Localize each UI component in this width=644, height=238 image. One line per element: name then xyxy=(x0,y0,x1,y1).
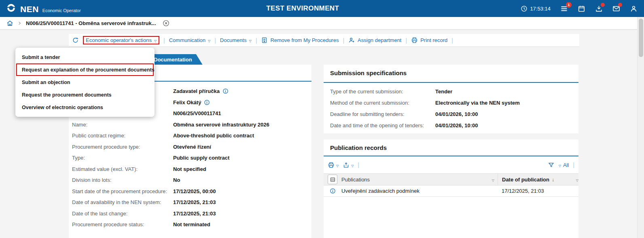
downloads-badge xyxy=(601,3,605,7)
filter-all-selector[interactable]: All xyxy=(559,162,569,168)
column-filter-icon[interactable] xyxy=(492,177,494,183)
toolbar-separator xyxy=(451,37,453,44)
menu-item-overview-operations[interactable]: Overview of electronic operations xyxy=(16,101,154,114)
downloads-icon[interactable] xyxy=(595,5,603,13)
subs-row-type: Type of the current submission: Tender xyxy=(330,86,574,97)
sort-descending-icon[interactable] xyxy=(552,177,554,183)
toolbar-separator xyxy=(163,37,165,44)
field-value: 04/01/2026, 10:00 xyxy=(435,111,478,117)
submission-specifications-panel: Submission specifications Type of the cu… xyxy=(324,65,578,133)
home-icon[interactable] xyxy=(6,20,13,27)
info-row-division-into-lots: Division into lots: No xyxy=(72,175,309,186)
menu-item-submit-tender[interactable]: Submit a tender xyxy=(16,51,154,63)
print-record-label: Print record xyxy=(420,37,447,43)
chevron-down-icon xyxy=(351,161,354,168)
subs-row-deadline: Deadline for submitting tenders: 04/01/2… xyxy=(330,108,574,120)
economic-operators-actions-menu[interactable]: Economic operator's actions xyxy=(86,37,157,43)
field-value: Not terminated xyxy=(173,221,210,227)
table-row[interactable]: Uveřejnění zadávacích podmínek 17/12/202… xyxy=(324,185,578,197)
environment-title: TEST ENVIRONMENT xyxy=(266,4,339,13)
field-value: N006/25/V00011741 xyxy=(173,110,221,116)
toolbar-separator xyxy=(256,37,257,44)
toolbar-separator xyxy=(343,37,344,44)
assign-department-button[interactable]: Assign department xyxy=(348,37,401,44)
documents-label: Documents xyxy=(220,37,247,43)
field-label: Procurement procedure type: xyxy=(72,144,173,150)
info-row-contract-regime: Public contract regime: Above-threshold … xyxy=(72,130,309,141)
info-icon[interactable] xyxy=(204,99,210,105)
table-view-button[interactable] xyxy=(328,175,337,184)
export-icon xyxy=(343,162,350,168)
field-value: Felix Okátý xyxy=(173,99,210,105)
annotation-highlight-actions: Economic operator's actions xyxy=(83,36,159,44)
toolbar-separator xyxy=(214,37,216,44)
app-screen: NEN Economic Operator TEST ENVIRONMENT 1… xyxy=(0,0,644,238)
column-header-date[interactable]: Date of publication xyxy=(502,177,549,183)
contact-person-link[interactable]: Felix Okátý xyxy=(173,99,201,105)
vertical-scrollbar[interactable] xyxy=(637,17,644,238)
top-bar: NEN Economic Operator TEST ENVIRONMENT 1… xyxy=(0,0,644,17)
printer-icon xyxy=(328,162,335,168)
field-label: Name: xyxy=(72,122,173,128)
field-value: 17/12/2025, 00:00 xyxy=(173,188,216,194)
documents-menu[interactable]: Documents xyxy=(220,37,252,43)
field-value: Not specified xyxy=(173,166,206,172)
publication-toolbar: All xyxy=(328,159,574,171)
filter-button[interactable] xyxy=(548,162,555,168)
info-row-procedure-type: Procurement procedure type: Otevřené říz… xyxy=(72,141,309,153)
topbar-actions: 17:53:14 1 xyxy=(521,0,638,17)
toolbar-separator xyxy=(405,37,407,44)
funnel-icon xyxy=(548,162,555,168)
info-row-start-date: Start date of the procurement procedure:… xyxy=(72,186,309,197)
print-record-button[interactable]: Print record xyxy=(411,37,447,44)
field-value: Electronically via the NEN system xyxy=(435,100,520,106)
info-icon[interactable] xyxy=(222,88,229,94)
brand-name: NEN xyxy=(20,5,39,13)
breadcrumb-procedure-title[interactable]: N006/25/V00011741 - Obměna serverové inf… xyxy=(26,20,156,26)
filter-all-label: All xyxy=(563,162,569,168)
info-icon[interactable] xyxy=(330,188,336,194)
toolbar-separator xyxy=(573,161,574,168)
notifications-menu-icon[interactable]: 1 xyxy=(560,5,568,13)
breadcrumb: N006/25/V00011741 - Obměna serverové inf… xyxy=(0,17,644,29)
menu-item-request-documents[interactable]: Request the procurement documents xyxy=(16,88,154,101)
scrollbar-thumb[interactable] xyxy=(639,19,643,57)
rows-icon xyxy=(330,177,336,183)
info-row-availability-date: Date of availability in the NEN system: … xyxy=(72,197,309,208)
info-row-name: Name: Obměna serverové infrastruktury 20… xyxy=(72,119,309,131)
refresh-icon[interactable] xyxy=(72,37,79,44)
contracting-authority-link[interactable]: Zadavatel příručka xyxy=(173,88,220,94)
remove-from-my-procedures-label: Remove from My Procedures xyxy=(270,37,339,43)
messages-icon[interactable] xyxy=(612,5,620,13)
close-tab-icon[interactable] xyxy=(163,20,169,27)
calendar-icon[interactable] xyxy=(578,5,585,13)
print-table-button[interactable] xyxy=(328,161,339,168)
menu-item-request-explanation[interactable]: Request an explanation of the procuremen… xyxy=(16,63,154,76)
column-header-publications[interactable]: Publications xyxy=(341,177,370,183)
field-value: Otevřené řízení xyxy=(173,144,211,150)
remove-from-my-procedures-button[interactable]: Remove from My Procedures xyxy=(261,37,339,44)
economic-operators-actions-dropdown: Submit a tender Request an explanation o… xyxy=(15,48,155,117)
field-label: Date and time of the opening of tenders: xyxy=(330,122,435,128)
field-value: 04/01/2026, 10:00 xyxy=(435,122,478,128)
info-row-estimated-value: Estimated value (excl. VAT): Not specifi… xyxy=(72,164,309,175)
actions-toolbar: Economic operator's actions Communicatio… xyxy=(69,34,579,47)
economic-operators-actions-label: Economic operator's actions xyxy=(86,37,152,43)
brand-subtitle: Economic Operator xyxy=(42,8,81,13)
notifications-badge: 1 xyxy=(566,2,572,8)
chevron-down-icon xyxy=(208,37,210,43)
chevron-down-icon xyxy=(249,37,252,43)
export-table-button[interactable] xyxy=(343,161,354,168)
submission-rows: Type of the current submission: Tender M… xyxy=(330,86,574,131)
communication-menu[interactable]: Communication xyxy=(169,37,210,43)
table-header-row: Publications Date of publication xyxy=(324,173,578,185)
chevron-right-icon xyxy=(17,21,22,25)
column-filter-icon[interactable] xyxy=(576,177,578,183)
menu-item-submit-objection[interactable]: Submit an objection xyxy=(16,76,154,88)
field-label: Division into lots: xyxy=(72,177,173,183)
assign-department-label: Assign department xyxy=(358,37,401,43)
field-value: Public supply contract xyxy=(173,155,229,161)
user-profile-icon[interactable] xyxy=(630,5,638,13)
field-label: Method of the current submission: xyxy=(330,100,435,106)
communication-label: Communication xyxy=(169,37,205,43)
